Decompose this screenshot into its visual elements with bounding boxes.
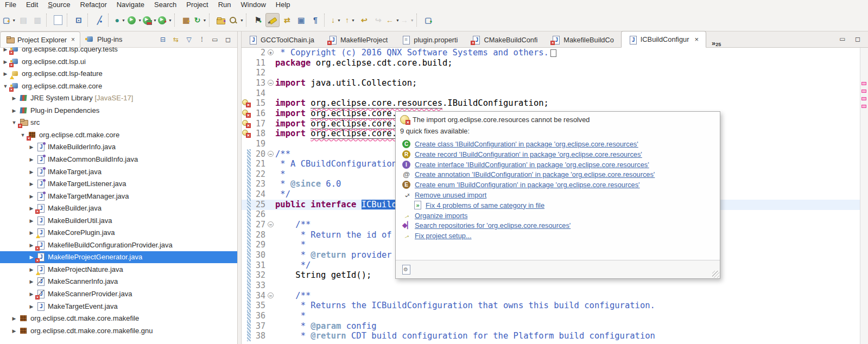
- code-line[interactable]: 2+ * Copyright (c) 2016 QNX Software Sys…: [242, 48, 860, 58]
- line-number[interactable]: 16: [249, 109, 265, 119]
- editor-tab-makefileproject[interactable]: MakefileProject: [321, 32, 395, 47]
- line-number[interactable]: 29: [249, 240, 265, 250]
- quick-fix-link[interactable]: Fix project setup...: [415, 232, 472, 240]
- chevron-right-icon[interactable]: ▶: [28, 267, 35, 272]
- code-line[interactable]: 36 *: [242, 311, 860, 321]
- console-button[interactable]: ⊡: [72, 14, 85, 27]
- line-number[interactable]: 31: [249, 260, 265, 271]
- new-wizard-button[interactable]: ▢✦▼: [3, 14, 16, 27]
- chevron-right-icon[interactable]: ▶: [11, 95, 17, 101]
- coverage-button[interactable]: ▼: [143, 14, 157, 27]
- tree-item[interactable]: ▶org.eclipse.cdt.lsp-feature: [0, 68, 237, 80]
- chevron-right-icon[interactable]: ▶: [28, 243, 35, 248]
- last-edit-location-button[interactable]: ↩: [358, 14, 371, 27]
- line-number[interactable]: 27: [249, 220, 265, 230]
- line-number[interactable]: 17: [249, 119, 265, 129]
- open-type-button[interactable]: ●: [214, 14, 227, 27]
- panel-sash[interactable]: [237, 31, 242, 344]
- chevron-down-icon[interactable]: ▼: [11, 120, 17, 125]
- chevron-right-icon[interactable]: ▶: [28, 304, 35, 309]
- tree-item[interactable]: ▼org.eclipse.cdt.make.core: [0, 80, 237, 92]
- chevron-right-icon[interactable]: ▶: [28, 169, 35, 175]
- tree-item[interactable]: ▶MakeTargetEvent.java: [0, 301, 237, 313]
- project-tree[interactable]: ▶org.eclipse.cdt.lsp.cquery.tests▶org.ec…: [0, 47, 237, 344]
- quick-fix-link[interactable]: Create interface 'IBuildConfiguration' i…: [415, 161, 649, 169]
- quick-fix-item[interactable]: Remove unused import: [402, 190, 486, 200]
- dropdown-arrow-icon[interactable]: ▼: [168, 18, 172, 22]
- chevron-right-icon[interactable]: ▶: [28, 157, 35, 162]
- line-number[interactable]: 14: [249, 88, 265, 99]
- line-number[interactable]: 23: [249, 179, 265, 189]
- chevron-right-icon[interactable]: ▶: [28, 144, 35, 150]
- tree-item[interactable]: ▶org.eclipse.cdt.lsp.cquery.tests: [0, 47, 237, 55]
- open-binary-button[interactable]: [52, 14, 65, 27]
- line-number[interactable]: 13: [249, 78, 265, 88]
- code-line[interactable]: 34− /**: [242, 291, 860, 301]
- editor-tab-cmakebuildconfi[interactable]: CMakeBuildConfi: [465, 32, 544, 47]
- line-number[interactable]: 12: [249, 68, 265, 78]
- dropdown-arrow-icon[interactable]: ▼: [351, 18, 355, 22]
- error-overview-marker[interactable]: [861, 105, 866, 108]
- tree-item[interactable]: ▶org.eclipse.cdt.make.core.makefile.gnu: [0, 325, 237, 337]
- quick-fix-item[interactable]: Create class 'IBuildConfiguration' in pa…: [402, 139, 638, 149]
- menu-window[interactable]: Window: [236, 1, 271, 9]
- chevron-right-icon[interactable]: ▶: [28, 206, 35, 211]
- chevron-right-icon[interactable]: ▶: [28, 218, 35, 224]
- show-selected-element-only-button[interactable]: ▣: [295, 14, 308, 27]
- line-number[interactable]: 38: [249, 331, 265, 341]
- quick-fix-item[interactable]: Fix 4 problems of same category in file: [414, 200, 544, 211]
- maximize-button[interactable]: ◻: [853, 34, 863, 44]
- line-number[interactable]: 33: [249, 281, 265, 291]
- profile-button[interactable]: ●▼: [158, 14, 172, 27]
- line-number[interactable]: 37: [249, 321, 265, 332]
- tree-item[interactable]: ▶MakeScannerInfo.java: [0, 276, 237, 288]
- menu-edit[interactable]: Edit: [21, 1, 43, 9]
- tree-item[interactable]: ▼src: [0, 117, 237, 129]
- quick-fix-link[interactable]: Search repositories for 'org.eclipse.cor…: [415, 221, 571, 230]
- editor-tab-icbuildconfigur[interactable]: ICBuildConfigur×: [621, 31, 706, 48]
- line-number[interactable]: 11: [249, 58, 265, 68]
- show-whitespace-button[interactable]: ¶: [309, 14, 322, 27]
- run-button[interactable]: ▼: [128, 14, 142, 27]
- line-number[interactable]: 15: [249, 98, 265, 109]
- line-number[interactable]: 34: [249, 291, 265, 301]
- menu-navigate[interactable]: Navigate: [112, 1, 149, 9]
- dropdown-arrow-icon[interactable]: ▼: [153, 18, 157, 22]
- tree-item[interactable]: ▶MakeProjectNature.java: [0, 264, 237, 276]
- code-line[interactable]: 14: [242, 88, 860, 99]
- line-number[interactable]: 20: [249, 149, 265, 160]
- chevron-right-icon[interactable]: ▶: [11, 108, 17, 113]
- quick-fix-item[interactable]: Create interface 'IBuildConfiguration' i…: [402, 160, 649, 170]
- code-line[interactable]: 33: [242, 281, 860, 291]
- chevron-right-icon[interactable]: ▶: [28, 291, 35, 297]
- pin-editor-button[interactable]: ▢●: [422, 14, 435, 27]
- line-number[interactable]: 32: [249, 270, 265, 281]
- line-number[interactable]: 25: [249, 200, 265, 210]
- quick-fix-item[interactable]: Search repositories for 'org.eclipse.cor…: [402, 220, 571, 231]
- code-line[interactable]: 15import org.eclipse.core.resources.IBui…: [242, 98, 860, 109]
- link-with-editor-button[interactable]: ⇆: [171, 35, 181, 44]
- tree-item[interactable]: ▶IMakeTarget.java: [0, 166, 237, 178]
- external-annotation-button[interactable]: ╱●: [93, 14, 106, 27]
- tree-item[interactable]: ▶org.eclipse.cdt.make.core.makefile: [0, 313, 237, 324]
- chevron-right-icon[interactable]: ▶: [2, 47, 9, 52]
- chevron-right-icon[interactable]: ▶: [2, 59, 9, 65]
- editor-tab-overflow[interactable]: »25: [706, 39, 726, 47]
- tree-item[interactable]: ▶Plug-in Dependencies: [0, 105, 237, 117]
- debug-button[interactable]: ●▼: [113, 14, 126, 27]
- chevron-right-icon[interactable]: ▶: [28, 279, 35, 284]
- line-number[interactable]: 28: [249, 230, 265, 240]
- quick-fix-item[interactable]: Fix project setup...: [402, 231, 472, 241]
- save-all-button[interactable]: ▥: [31, 14, 44, 27]
- code-line[interactable]: 13−import java.util.Collection;: [242, 78, 860, 88]
- new-plugin-project-button[interactable]: ▦✦: [180, 14, 193, 27]
- chevron-right-icon[interactable]: ▶: [2, 71, 9, 77]
- previous-annotation-button[interactable]: ↑▼: [344, 14, 357, 27]
- quick-fix-link[interactable]: Create class 'IBuildConfiguration' in pa…: [415, 140, 638, 148]
- tree-item[interactable]: ▶IMakeBuilderInfo.java: [0, 141, 237, 153]
- view-tab-plug-ins[interactable]: Plug-ins: [80, 32, 127, 47]
- fold-collapse-icon[interactable]: −: [268, 80, 274, 86]
- quick-fix-link[interactable]: Organize imports: [415, 212, 467, 220]
- link-with-editor-button[interactable]: ⇄: [281, 14, 294, 27]
- open-artifact-button[interactable]: ⚑●: [251, 14, 264, 27]
